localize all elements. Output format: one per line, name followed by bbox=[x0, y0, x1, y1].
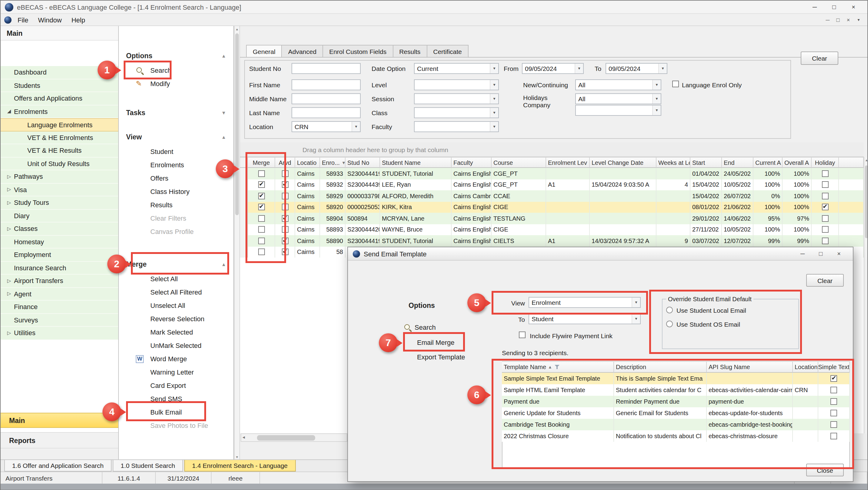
scroll-up-icon[interactable]: ▴ bbox=[864, 158, 868, 162]
expand-icon[interactable]: ▷ bbox=[5, 330, 13, 336]
action-item-bulk-email[interactable]: Bulk Email bbox=[119, 405, 234, 419]
action-item-mark-selected[interactable]: Mark Selected bbox=[119, 326, 234, 339]
sidebar-item-airport-transfers[interactable]: ▷Airport Transfers bbox=[1, 275, 118, 287]
document-tab-1-6-offer-and-application-search[interactable]: 1.6 Offer and Application Search bbox=[4, 460, 112, 471]
action-item-reverse-selection[interactable]: Reverse Selection bbox=[119, 312, 234, 326]
template-column-header-api_slug_name[interactable]: API Slug Name bbox=[707, 361, 793, 373]
sidebar-item-homestay[interactable]: Homestay bbox=[1, 236, 118, 248]
action-item-offers[interactable]: Offers bbox=[119, 172, 234, 185]
template-row[interactable]: Cambridge Test Bookingebecas-cambridge-t… bbox=[502, 419, 850, 430]
menu-help[interactable]: Help bbox=[67, 15, 90, 25]
merge-checkbox[interactable] bbox=[258, 170, 265, 177]
column-header-start[interactable]: Start bbox=[690, 157, 722, 168]
sidebar-item-agent[interactable]: ▷Agent bbox=[1, 287, 118, 301]
dialog-close-button[interactable]: Close bbox=[806, 464, 844, 477]
arvd-checkbox[interactable] bbox=[282, 215, 288, 222]
table-row[interactable]: Cairns58933S230044419STUDENT, TutorialCa… bbox=[240, 168, 864, 179]
arvd-checkbox[interactable] bbox=[282, 238, 288, 244]
scroll-left-icon[interactable]: ◂ bbox=[243, 434, 245, 440]
language-enrol-only-checkbox[interactable] bbox=[672, 81, 679, 87]
sidebar-item-language-enrolments[interactable]: Language Enrolments bbox=[1, 118, 118, 131]
scrollbar-thumb[interactable] bbox=[257, 435, 315, 440]
column-header-location[interactable]: Locatio bbox=[295, 157, 320, 168]
tab-results[interactable]: Results bbox=[393, 45, 427, 57]
tab-enrol-custom-fields[interactable]: Enrol Custom Fields bbox=[322, 45, 393, 57]
sidebar-item-classes[interactable]: ▷Classes bbox=[1, 222, 118, 236]
arvd-checkbox[interactable] bbox=[282, 204, 288, 211]
column-header-arvd[interactable]: Arvd bbox=[275, 157, 295, 168]
simple-text-checkbox[interactable] bbox=[830, 398, 837, 405]
collapse-icon[interactable]: ◢ bbox=[5, 109, 13, 114]
date-option-select[interactable]: Current▾ bbox=[414, 63, 499, 74]
sidebar-item-insurance-search[interactable]: Insurance Search bbox=[1, 262, 118, 275]
student-no-input[interactable] bbox=[291, 63, 361, 74]
column-header-overall_att[interactable]: Overall A bbox=[782, 157, 812, 168]
arvd-checkbox[interactable] bbox=[282, 249, 288, 255]
action-item-results[interactable]: Results bbox=[119, 198, 234, 212]
table-row[interactable]: Cairns58890S230044419STUDENT, TutorialCa… bbox=[240, 235, 864, 246]
column-header-weeks_at_level[interactable]: Weeks at Lev bbox=[656, 157, 690, 168]
last-name-input[interactable] bbox=[291, 107, 361, 118]
dialog-maximize-button[interactable]: □ bbox=[812, 248, 830, 260]
table-row[interactable]: Cairns58904500894MCRYAN, LaneCairns Engl… bbox=[240, 213, 864, 224]
dialog-close-icon[interactable]: × bbox=[830, 248, 848, 260]
holiday-checkbox[interactable] bbox=[822, 226, 828, 233]
expand-icon[interactable]: ▷ bbox=[5, 291, 13, 297]
tab-certificate[interactable]: Certificate bbox=[427, 45, 469, 57]
merge-checkbox[interactable] bbox=[258, 249, 265, 255]
holiday-checkbox[interactable] bbox=[822, 204, 828, 211]
action-item-class-history[interactable]: Class History bbox=[119, 185, 234, 198]
merge-checkbox[interactable] bbox=[258, 238, 265, 244]
mdi-minimize-button[interactable]: ─ bbox=[823, 17, 833, 23]
arvd-checkbox[interactable] bbox=[282, 226, 288, 233]
column-header-level_change_date[interactable]: Level Change Date bbox=[590, 157, 656, 168]
merge-checkbox[interactable] bbox=[258, 204, 265, 211]
template-column-header-template_name[interactable]: Template Name▲ bbox=[502, 361, 614, 373]
template-row[interactable]: Payment dueReminder Payment duepayment-d… bbox=[502, 396, 850, 407]
expand-icon[interactable]: ▷ bbox=[5, 226, 13, 232]
location-select[interactable]: CRN▾ bbox=[291, 121, 361, 132]
action-item-modify[interactable]: ✎Modify bbox=[119, 77, 234, 90]
clear-button[interactable]: Clear bbox=[801, 52, 838, 65]
action-item-unselect-all[interactable]: Unselect All bbox=[119, 299, 234, 312]
sidebar-item-surveys[interactable]: Surveys bbox=[1, 314, 118, 327]
dialog-clear-button[interactable]: Clear bbox=[806, 274, 844, 287]
level-select[interactable]: ▾ bbox=[414, 80, 499, 90]
action-item-select-all-filtered[interactable]: Select All Filtered bbox=[119, 285, 234, 299]
scrollbar-thumb[interactable] bbox=[865, 165, 868, 238]
nav-group-main[interactable]: Main bbox=[1, 413, 118, 428]
session-select[interactable]: ▾ bbox=[414, 93, 499, 104]
dialog-minimize-button[interactable]: ─ bbox=[794, 248, 812, 260]
new-continuing-select[interactable]: All▾ bbox=[575, 80, 661, 90]
mdi-close-button[interactable]: × bbox=[843, 17, 854, 23]
column-header-course[interactable]: Course bbox=[492, 157, 546, 168]
arvd-checkbox[interactable] bbox=[282, 193, 288, 200]
action-item-student[interactable]: Student bbox=[119, 145, 234, 158]
column-header-enrolment_level[interactable]: Enrolment Lev bbox=[546, 157, 590, 168]
column-header-current_att[interactable]: Current A bbox=[753, 157, 782, 168]
holiday-checkbox[interactable] bbox=[822, 238, 828, 244]
simple-text-checkbox[interactable] bbox=[830, 433, 837, 439]
holiday-checkbox[interactable] bbox=[822, 170, 828, 177]
radio-icon[interactable] bbox=[666, 307, 673, 313]
template-column-header-simple_text[interactable]: Simple Text bbox=[818, 361, 850, 373]
actions-panel-scrollbar[interactable]: ▴ ▾ bbox=[234, 26, 240, 459]
holiday-checkbox[interactable] bbox=[822, 193, 828, 200]
action-item-select-all[interactable]: Select All bbox=[119, 272, 234, 285]
include-flywire-payment-link-checkbox[interactable] bbox=[519, 332, 526, 338]
filter-icon[interactable] bbox=[555, 364, 560, 370]
window-close-button[interactable]: × bbox=[844, 1, 863, 13]
sidebar-item-unit-of-study-results[interactable]: Unit of Study Results bbox=[1, 157, 118, 170]
expand-icon[interactable]: ▷ bbox=[5, 174, 13, 179]
template-row[interactable]: Sample Simple Text Email TemplateThis is… bbox=[502, 373, 850, 384]
view-select[interactable]: Enrolment▾ bbox=[529, 297, 641, 308]
column-header-faculty[interactable]: Faculty bbox=[452, 157, 492, 168]
template-row[interactable]: Sample HTML Eamil TemplateStudent activi… bbox=[502, 384, 850, 396]
column-header-holiday[interactable]: Holiday bbox=[812, 157, 839, 168]
faculty-select[interactable]: ▾ bbox=[414, 121, 499, 132]
holiday-checkbox[interactable] bbox=[822, 182, 828, 188]
action-item-card-export[interactable]: Card Export bbox=[119, 379, 234, 392]
template-row[interactable]: Generic Update for StudentsGeneric Email… bbox=[502, 407, 850, 419]
from-date-select[interactable]: 09/05/2024▾ bbox=[522, 63, 584, 74]
column-header-pad[interactable] bbox=[839, 157, 864, 168]
